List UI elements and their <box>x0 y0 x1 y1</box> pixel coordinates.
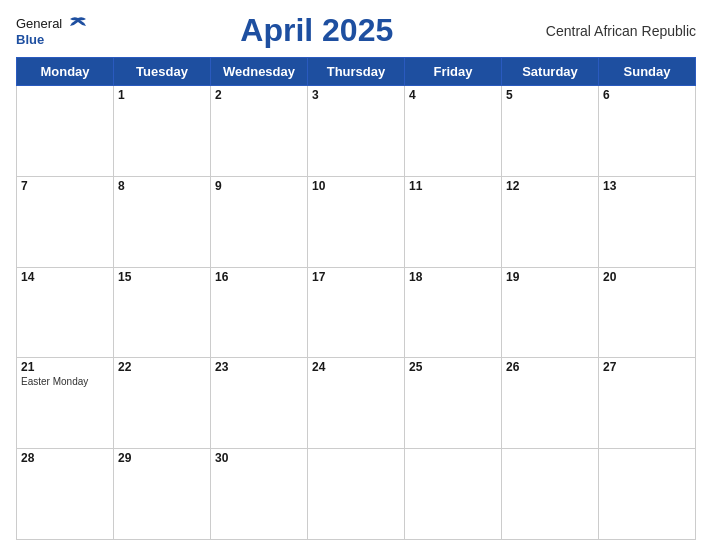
header-thursday: Thursday <box>308 58 405 86</box>
day-number: 27 <box>603 360 691 374</box>
day-number: 22 <box>118 360 206 374</box>
calendar-cell: 18 <box>405 267 502 358</box>
calendar-cell: 26 <box>502 358 599 449</box>
calendar-cell <box>599 449 696 540</box>
day-number: 17 <box>312 270 400 284</box>
day-number: 7 <box>21 179 109 193</box>
day-number: 2 <box>215 88 303 102</box>
logo-bird-icon <box>68 16 88 32</box>
calendar-cell: 4 <box>405 86 502 177</box>
calendar-cell: 23 <box>211 358 308 449</box>
header-wednesday: Wednesday <box>211 58 308 86</box>
calendar-cell: 5 <box>502 86 599 177</box>
day-number: 23 <box>215 360 303 374</box>
event-label: Easter Monday <box>21 376 109 387</box>
calendar-cell: 21Easter Monday <box>17 358 114 449</box>
day-number: 12 <box>506 179 594 193</box>
calendar-cell: 27 <box>599 358 696 449</box>
calendar-cell: 8 <box>114 176 211 267</box>
header-saturday: Saturday <box>502 58 599 86</box>
day-number: 18 <box>409 270 497 284</box>
calendar-cell: 30 <box>211 449 308 540</box>
day-number: 29 <box>118 451 206 465</box>
calendar-cell: 2 <box>211 86 308 177</box>
day-number: 11 <box>409 179 497 193</box>
day-number: 28 <box>21 451 109 465</box>
calendar-cell: 14 <box>17 267 114 358</box>
day-number: 19 <box>506 270 594 284</box>
calendar-cell <box>405 449 502 540</box>
day-number: 20 <box>603 270 691 284</box>
day-number: 30 <box>215 451 303 465</box>
day-number: 10 <box>312 179 400 193</box>
day-number: 21 <box>21 360 109 374</box>
logo: General Blue <box>16 14 88 47</box>
calendar-cell: 20 <box>599 267 696 358</box>
calendar-cell <box>502 449 599 540</box>
day-number: 8 <box>118 179 206 193</box>
calendar-cell: 13 <box>599 176 696 267</box>
calendar-cell: 11 <box>405 176 502 267</box>
calendar-cell: 19 <box>502 267 599 358</box>
week-row: 78910111213 <box>17 176 696 267</box>
day-number: 6 <box>603 88 691 102</box>
day-number: 4 <box>409 88 497 102</box>
calendar-cell: 25 <box>405 358 502 449</box>
header-monday: Monday <box>17 58 114 86</box>
weekday-header-row: Monday Tuesday Wednesday Thursday Friday… <box>17 58 696 86</box>
day-number: 5 <box>506 88 594 102</box>
day-number: 1 <box>118 88 206 102</box>
calendar-cell: 15 <box>114 267 211 358</box>
calendar-cell: 7 <box>17 176 114 267</box>
day-number: 24 <box>312 360 400 374</box>
calendar-title: April 2025 <box>88 12 546 49</box>
calendar-cell: 9 <box>211 176 308 267</box>
day-number: 14 <box>21 270 109 284</box>
calendar-cell: 10 <box>308 176 405 267</box>
day-number: 13 <box>603 179 691 193</box>
calendar-cell: 22 <box>114 358 211 449</box>
calendar-cell: 3 <box>308 86 405 177</box>
country-label: Central African Republic <box>546 23 696 39</box>
day-number: 3 <box>312 88 400 102</box>
day-number: 9 <box>215 179 303 193</box>
calendar-cell: 1 <box>114 86 211 177</box>
page: General Blue April 2025 Central African … <box>0 0 712 550</box>
logo-blue-text: Blue <box>16 32 44 47</box>
header: General Blue April 2025 Central African … <box>16 12 696 49</box>
day-number: 15 <box>118 270 206 284</box>
day-number: 16 <box>215 270 303 284</box>
calendar-cell: 6 <box>599 86 696 177</box>
day-number: 25 <box>409 360 497 374</box>
calendar-table: Monday Tuesday Wednesday Thursday Friday… <box>16 57 696 540</box>
header-friday: Friday <box>405 58 502 86</box>
header-tuesday: Tuesday <box>114 58 211 86</box>
calendar-cell: 28 <box>17 449 114 540</box>
calendar-cell: 16 <box>211 267 308 358</box>
week-row: 21Easter Monday222324252627 <box>17 358 696 449</box>
week-row: 282930 <box>17 449 696 540</box>
calendar-cell: 17 <box>308 267 405 358</box>
header-sunday: Sunday <box>599 58 696 86</box>
day-number: 26 <box>506 360 594 374</box>
calendar-cell: 12 <box>502 176 599 267</box>
calendar-cell <box>308 449 405 540</box>
calendar-cell: 29 <box>114 449 211 540</box>
calendar-cell: 24 <box>308 358 405 449</box>
calendar-cell <box>17 86 114 177</box>
logo-general-text: General <box>16 14 88 32</box>
week-row: 123456 <box>17 86 696 177</box>
week-row: 14151617181920 <box>17 267 696 358</box>
